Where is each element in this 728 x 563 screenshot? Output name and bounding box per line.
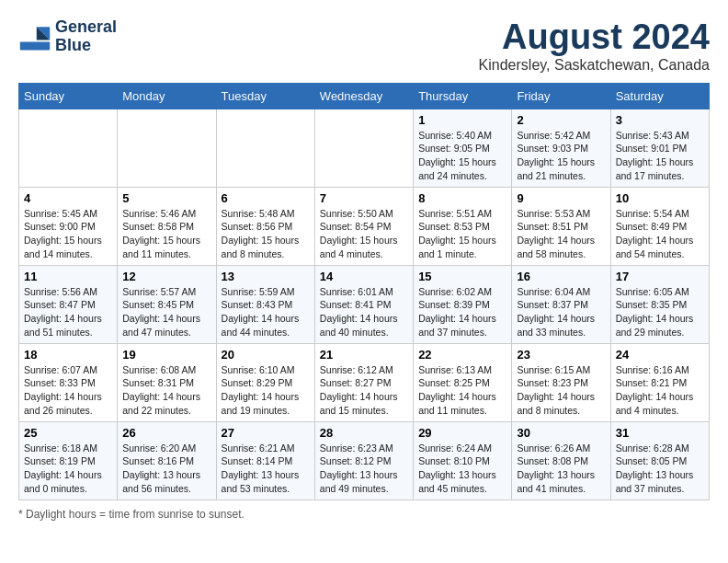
calendar-cell: 16Sunrise: 6:04 AM Sunset: 8:37 PM Dayli… — [512, 265, 610, 343]
svg-rect-3 — [20, 41, 50, 50]
calendar-cell: 27Sunrise: 6:21 AM Sunset: 8:14 PM Dayli… — [216, 421, 314, 500]
day-info: Sunrise: 6:28 AM Sunset: 8:05 PM Dayligh… — [616, 442, 704, 496]
day-info: Sunrise: 5:56 AM Sunset: 8:47 PM Dayligh… — [24, 285, 112, 339]
day-info: Sunrise: 6:05 AM Sunset: 8:35 PM Dayligh… — [616, 285, 704, 339]
day-info: Sunrise: 6:21 AM Sunset: 8:14 PM Dayligh… — [222, 442, 310, 496]
calendar-day-header: Monday — [118, 83, 216, 109]
day-number: 1 — [418, 113, 506, 127]
day-number: 21 — [320, 348, 408, 362]
day-info: Sunrise: 6:08 AM Sunset: 8:31 PM Dayligh… — [122, 363, 210, 418]
calendar-cell: 20Sunrise: 6:10 AM Sunset: 8:29 PM Dayli… — [216, 343, 314, 421]
day-number: 8 — [418, 191, 506, 205]
logo: General Blue — [18, 18, 117, 55]
calendar-cell: 12Sunrise: 5:57 AM Sunset: 8:45 PM Dayli… — [118, 265, 216, 343]
calendar-week-row: 4Sunrise: 5:45 AM Sunset: 9:00 PM Daylig… — [19, 187, 710, 265]
day-number: 17 — [616, 270, 704, 283]
title-area: August 2024 Kindersley, Saskatchewan, Ca… — [479, 18, 710, 74]
day-info: Sunrise: 6:20 AM Sunset: 8:16 PM Dayligh… — [122, 442, 210, 496]
day-info: Sunrise: 6:23 AM Sunset: 8:12 PM Dayligh… — [320, 442, 408, 496]
calendar-cell — [19, 109, 118, 187]
day-number: 4 — [24, 191, 112, 205]
calendar-day-header: Sunday — [19, 83, 118, 109]
day-number: 5 — [122, 191, 210, 205]
calendar-week-row: 1Sunrise: 5:40 AM Sunset: 9:05 PM Daylig… — [19, 109, 710, 187]
day-info: Sunrise: 5:40 AM Sunset: 9:05 PM Dayligh… — [418, 129, 506, 183]
calendar-cell: 9Sunrise: 5:53 AM Sunset: 8:51 PM Daylig… — [512, 187, 610, 265]
calendar-cell: 14Sunrise: 6:01 AM Sunset: 8:41 PM Dayli… — [314, 265, 413, 343]
calendar-cell: 15Sunrise: 6:02 AM Sunset: 8:39 PM Dayli… — [414, 265, 512, 343]
calendar-day-header: Saturday — [610, 83, 709, 109]
day-info: Sunrise: 5:45 AM Sunset: 9:00 PM Dayligh… — [24, 207, 112, 261]
month-title: August 2024 — [479, 18, 710, 57]
day-number: 13 — [222, 270, 310, 283]
day-number: 24 — [616, 348, 704, 362]
calendar-cell: 22Sunrise: 6:13 AM Sunset: 8:25 PM Dayli… — [414, 343, 512, 421]
day-number: 29 — [418, 426, 506, 440]
calendar-table: SundayMondayTuesdayWednesdayThursdayFrid… — [18, 83, 710, 500]
day-number: 11 — [24, 270, 112, 283]
day-number: 18 — [24, 348, 112, 362]
day-info: Sunrise: 6:24 AM Sunset: 8:10 PM Dayligh… — [418, 442, 506, 496]
page-header: General Blue August 2024 Kindersley, Sas… — [18, 18, 710, 74]
calendar-cell: 26Sunrise: 6:20 AM Sunset: 8:16 PM Dayli… — [118, 421, 216, 500]
calendar-week-row: 25Sunrise: 6:18 AM Sunset: 8:19 PM Dayli… — [19, 421, 710, 500]
day-number: 16 — [517, 270, 605, 283]
day-number: 28 — [320, 426, 408, 440]
calendar-cell — [314, 109, 413, 187]
calendar-cell: 31Sunrise: 6:28 AM Sunset: 8:05 PM Dayli… — [610, 421, 709, 500]
day-number: 7 — [320, 191, 408, 205]
day-info: Sunrise: 6:04 AM Sunset: 8:37 PM Dayligh… — [517, 285, 605, 339]
calendar-cell: 3Sunrise: 5:43 AM Sunset: 9:01 PM Daylig… — [610, 109, 709, 187]
day-info: Sunrise: 6:07 AM Sunset: 8:33 PM Dayligh… — [24, 363, 112, 418]
day-number: 3 — [616, 113, 704, 127]
day-number: 12 — [122, 270, 210, 283]
day-info: Sunrise: 5:53 AM Sunset: 8:51 PM Dayligh… — [517, 207, 605, 261]
day-number: 15 — [418, 270, 506, 283]
day-number: 30 — [517, 426, 605, 440]
day-info: Sunrise: 5:54 AM Sunset: 8:49 PM Dayligh… — [616, 207, 704, 261]
day-info: Sunrise: 5:46 AM Sunset: 8:58 PM Dayligh… — [122, 207, 210, 261]
day-info: Sunrise: 6:13 AM Sunset: 8:25 PM Dayligh… — [418, 363, 506, 418]
calendar-cell: 28Sunrise: 6:23 AM Sunset: 8:12 PM Dayli… — [314, 421, 413, 500]
calendar-cell: 19Sunrise: 6:08 AM Sunset: 8:31 PM Dayli… — [118, 343, 216, 421]
day-info: Sunrise: 5:42 AM Sunset: 9:03 PM Dayligh… — [517, 129, 605, 183]
day-info: Sunrise: 6:10 AM Sunset: 8:29 PM Dayligh… — [222, 363, 310, 418]
calendar-cell: 1Sunrise: 5:40 AM Sunset: 9:05 PM Daylig… — [414, 109, 512, 187]
calendar-cell: 21Sunrise: 6:12 AM Sunset: 8:27 PM Dayli… — [314, 343, 413, 421]
calendar-cell: 24Sunrise: 6:16 AM Sunset: 8:21 PM Dayli… — [610, 343, 709, 421]
calendar-cell: 30Sunrise: 6:26 AM Sunset: 8:08 PM Dayli… — [512, 421, 610, 500]
day-info: Sunrise: 6:26 AM Sunset: 8:08 PM Dayligh… — [517, 442, 605, 496]
day-info: Sunrise: 6:12 AM Sunset: 8:27 PM Dayligh… — [320, 363, 408, 418]
calendar-header-row: SundayMondayTuesdayWednesdayThursdayFrid… — [19, 83, 710, 109]
calendar-cell: 17Sunrise: 6:05 AM Sunset: 8:35 PM Dayli… — [610, 265, 709, 343]
calendar-cell: 2Sunrise: 5:42 AM Sunset: 9:03 PM Daylig… — [512, 109, 610, 187]
calendar-cell: 7Sunrise: 5:50 AM Sunset: 8:54 PM Daylig… — [314, 187, 413, 265]
calendar-cell: 13Sunrise: 5:59 AM Sunset: 8:43 PM Dayli… — [216, 265, 314, 343]
calendar-cell: 4Sunrise: 5:45 AM Sunset: 9:00 PM Daylig… — [19, 187, 118, 265]
calendar-day-header: Wednesday — [314, 83, 413, 109]
calendar-cell: 18Sunrise: 6:07 AM Sunset: 8:33 PM Dayli… — [19, 343, 118, 421]
day-info: Sunrise: 5:57 AM Sunset: 8:45 PM Dayligh… — [122, 285, 210, 339]
calendar-cell: 10Sunrise: 5:54 AM Sunset: 8:49 PM Dayli… — [610, 187, 709, 265]
day-number: 6 — [222, 191, 310, 205]
footer-note: * Daylight hours = time from sunrise to … — [18, 508, 710, 521]
day-info: Sunrise: 5:59 AM Sunset: 8:43 PM Dayligh… — [222, 285, 310, 339]
day-info: Sunrise: 6:16 AM Sunset: 8:21 PM Dayligh… — [616, 363, 704, 418]
day-number: 22 — [418, 348, 506, 362]
calendar-cell — [216, 109, 314, 187]
calendar-day-header: Thursday — [414, 83, 512, 109]
day-number: 19 — [122, 348, 210, 362]
calendar-cell: 8Sunrise: 5:51 AM Sunset: 8:53 PM Daylig… — [414, 187, 512, 265]
calendar-cell: 6Sunrise: 5:48 AM Sunset: 8:56 PM Daylig… — [216, 187, 314, 265]
day-number: 25 — [24, 426, 112, 440]
day-number: 2 — [517, 113, 605, 127]
day-number: 20 — [222, 348, 310, 362]
calendar-day-header: Tuesday — [216, 83, 314, 109]
calendar-cell: 5Sunrise: 5:46 AM Sunset: 8:58 PM Daylig… — [118, 187, 216, 265]
logo-icon — [18, 20, 51, 53]
calendar-week-row: 18Sunrise: 6:07 AM Sunset: 8:33 PM Dayli… — [19, 343, 710, 421]
logo-text: General Blue — [55, 18, 117, 55]
day-info: Sunrise: 6:01 AM Sunset: 8:41 PM Dayligh… — [320, 285, 408, 339]
day-info: Sunrise: 5:43 AM Sunset: 9:01 PM Dayligh… — [616, 129, 704, 183]
calendar-cell: 23Sunrise: 6:15 AM Sunset: 8:23 PM Dayli… — [512, 343, 610, 421]
